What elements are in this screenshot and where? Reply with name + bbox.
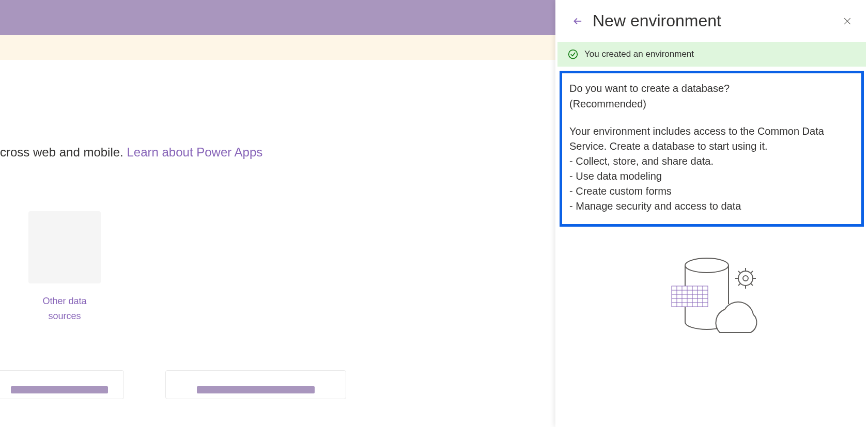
question-line-1: Do you want to create a database?: [569, 81, 854, 96]
back-arrow-icon[interactable]: [571, 15, 582, 27]
panel-title: New environment: [593, 11, 832, 30]
svg-point-10: [743, 276, 748, 281]
svg-line-16: [751, 283, 753, 286]
preview-card-1[interactable]: [0, 370, 124, 399]
preview-bar: [11, 386, 108, 393]
bullet-3: - Create custom forms: [569, 184, 854, 199]
panel-header: New environment: [555, 0, 868, 42]
description-text: Your environment includes access to the …: [569, 124, 854, 154]
svg-line-18: [751, 271, 753, 273]
question-line-2: (Recommended): [569, 96, 854, 112]
preview-card-2[interactable]: [165, 370, 346, 399]
bullet-1: - Collect, store, and share data.: [569, 154, 854, 169]
learn-link[interactable]: Learn about Power Apps: [127, 145, 262, 159]
close-icon[interactable]: [842, 16, 853, 26]
check-circle-icon: [568, 49, 578, 59]
preview-bar: [197, 386, 315, 393]
hero-prefix: cross web and mobile.: [0, 145, 127, 159]
tile-common-data-service[interactable]: on vice: [0, 211, 5, 324]
bullet-2: - Use data modeling: [569, 169, 854, 184]
svg-line-15: [738, 271, 740, 273]
tile-label: on vice: [0, 211, 5, 241]
database-illustration: [555, 255, 868, 343]
new-environment-panel: New environment You created an environme…: [555, 0, 868, 427]
svg-point-5: [569, 50, 578, 59]
bullet-4: - Manage security and access to data: [569, 199, 854, 214]
success-banner: You created an environment: [557, 42, 866, 67]
tile-other-data-sources[interactable]: Other data sources: [28, 211, 101, 324]
highlighted-info-box: Do you want to create a database? (Recom…: [560, 71, 864, 227]
tile-label: Other data sources: [28, 294, 101, 324]
svg-line-17: [738, 283, 740, 286]
svg-point-6: [685, 258, 729, 273]
success-message: You created an environment: [584, 49, 694, 59]
tile-box-icon: [28, 211, 101, 283]
